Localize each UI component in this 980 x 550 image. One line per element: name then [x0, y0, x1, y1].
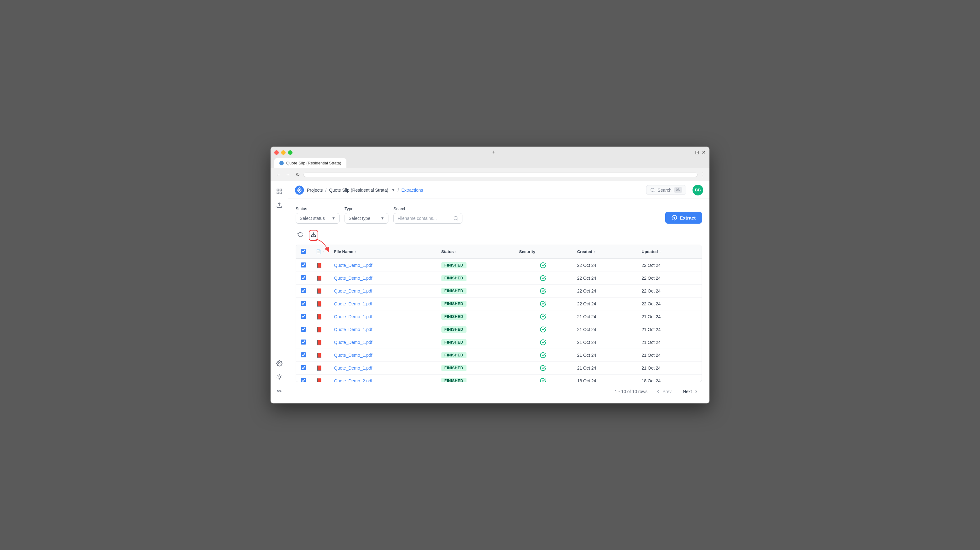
- security-icon: [519, 339, 567, 346]
- sidebar-item-upload[interactable]: [273, 199, 286, 211]
- updated-date: 22 Oct 24: [637, 259, 702, 272]
- forward-button[interactable]: →: [284, 171, 292, 179]
- project-dropdown-button[interactable]: ▼: [391, 188, 395, 192]
- file-name-link[interactable]: Quote_Demo_1.pdf: [334, 314, 372, 319]
- prev-button-label: Prev: [662, 389, 671, 394]
- current-page-label: Extractions: [401, 188, 423, 193]
- new-tab-button[interactable]: +: [492, 149, 496, 156]
- window-close-x-button[interactable]: ✕: [702, 149, 706, 155]
- project-name: Quote Slip (Residential Strata): [329, 188, 388, 193]
- svg-line-14: [281, 375, 281, 376]
- file-name-link[interactable]: Quote_Demo_1.pdf: [334, 276, 372, 281]
- updated-column-header[interactable]: Updated ↓: [637, 245, 702, 259]
- svg-point-5: [278, 363, 280, 364]
- status-select[interactable]: Select status ▼: [296, 213, 339, 223]
- file-name-link[interactable]: Quote_Demo_2.pdf: [334, 378, 372, 382]
- projects-link[interactable]: Projects: [307, 188, 323, 193]
- updated-date: 22 Oct 24: [637, 298, 702, 311]
- file-name-column-header[interactable]: File Name ↕: [329, 245, 436, 259]
- created-date: 21 Oct 24: [572, 349, 637, 362]
- row-checkbox[interactable]: [301, 314, 306, 319]
- file-type-icon: 📕: [316, 327, 322, 332]
- sidebar-item-grid[interactable]: [273, 185, 286, 198]
- file-name-link[interactable]: Quote_Demo_1.pdf: [334, 288, 372, 293]
- row-checkbox[interactable]: [301, 301, 306, 306]
- window-maximize-button[interactable]: [288, 151, 293, 155]
- row-checkbox[interactable]: [301, 263, 306, 268]
- status-column-header[interactable]: Status ↕: [436, 245, 514, 259]
- table-row: 📕 Quote_Demo_1.pdf FINISHED 21 Oct 24 21…: [296, 311, 702, 323]
- window-minimize-button[interactable]: [281, 151, 286, 155]
- updated-date: 21 Oct 24: [637, 349, 702, 362]
- file-name-link[interactable]: Quote_Demo_1.pdf: [334, 353, 372, 358]
- select-all-checkbox[interactable]: [301, 249, 306, 254]
- table-row: 📕 Quote_Demo_2.pdf FINISHED 18 Oct 24 18…: [296, 375, 702, 382]
- row-checkbox[interactable]: [301, 365, 306, 370]
- updated-date: 22 Oct 24: [637, 285, 702, 298]
- created-date: 22 Oct 24: [572, 272, 637, 285]
- file-type-icon: 📕: [316, 353, 322, 358]
- status-badge: FINISHED: [441, 339, 466, 346]
- svg-line-18: [654, 191, 655, 192]
- file-name-link[interactable]: Quote_Demo_1.pdf: [334, 366, 372, 371]
- table-row: 📕 Quote_Demo_1.pdf FINISHED 21 Oct 24 21…: [296, 323, 702, 336]
- file-name-link[interactable]: Quote_Demo_1.pdf: [334, 327, 372, 332]
- back-button[interactable]: ←: [274, 171, 282, 179]
- row-checkbox[interactable]: [301, 288, 306, 293]
- filename-search-input[interactable]: Filename contains...: [393, 213, 462, 223]
- search-icon: [650, 188, 655, 193]
- global-search[interactable]: Search ⌘/: [646, 185, 686, 195]
- file-type-icon: 📕: [316, 378, 322, 382]
- status-filter-group: Status Select status ▼: [296, 206, 339, 223]
- reload-button[interactable]: ↻: [294, 170, 301, 179]
- filename-search-placeholder: Filename contains...: [398, 216, 437, 221]
- table-row: 📕 Quote_Demo_1.pdf FINISHED 21 Oct 24 21…: [296, 349, 702, 362]
- prev-icon: [655, 389, 660, 394]
- status-badge: FINISHED: [441, 352, 466, 358]
- extract-button[interactable]: Extract: [665, 212, 702, 223]
- expand-sidebar-icon[interactable]: >>: [273, 385, 286, 397]
- window-restore-button[interactable]: ⊡: [695, 149, 699, 155]
- search-shortcut: ⌘/: [674, 187, 682, 193]
- browser-tab[interactable]: Quote Slip (Residential Strata): [274, 158, 347, 168]
- file-name-link[interactable]: Quote_Demo_1.pdf: [334, 301, 372, 306]
- created-date: 22 Oct 24: [572, 259, 637, 272]
- file-name-link[interactable]: Quote_Demo_1.pdf: [334, 263, 372, 268]
- row-checkbox[interactable]: [301, 352, 306, 357]
- row-checkbox[interactable]: [301, 339, 306, 344]
- svg-rect-2: [277, 192, 279, 194]
- table-row: 📕 Quote_Demo_1.pdf FINISHED 22 Oct 24 22…: [296, 298, 702, 311]
- row-checkbox[interactable]: [301, 327, 306, 332]
- security-icon: [519, 352, 567, 358]
- browser-menu-button[interactable]: ⋮: [700, 171, 706, 178]
- search-label: Search: [658, 188, 671, 193]
- type-select[interactable]: Select type ▼: [345, 213, 388, 223]
- file-type-icon: 📕: [316, 314, 322, 320]
- row-checkbox[interactable]: [301, 378, 306, 382]
- settings-icon[interactable]: [273, 357, 286, 369]
- status-badge: FINISHED: [441, 288, 466, 294]
- security-icon: [519, 327, 567, 333]
- updated-date: 21 Oct 24: [637, 336, 702, 349]
- file-type-icon: 📕: [316, 340, 322, 345]
- row-checkbox[interactable]: [301, 275, 306, 281]
- download-button[interactable]: [309, 230, 318, 241]
- theme-icon[interactable]: [273, 371, 286, 384]
- prev-button[interactable]: Prev: [652, 387, 675, 396]
- filename-search-icon: [453, 216, 458, 221]
- svg-line-10: [281, 379, 281, 379]
- file-name-link[interactable]: Quote_Demo_1.pdf: [334, 340, 372, 345]
- table-row: 📕 Quote_Demo_1.pdf FINISHED 22 Oct 24 22…: [296, 272, 702, 285]
- search-filter-group: Search Filename contains...: [393, 206, 462, 223]
- next-button[interactable]: Next: [680, 387, 702, 396]
- user-avatar[interactable]: BB: [692, 185, 703, 195]
- top-nav: Projects / Quote Slip (Residential Strat…: [288, 181, 710, 199]
- sidebar: >>: [270, 181, 288, 403]
- window-close-button[interactable]: [274, 151, 279, 155]
- refresh-button[interactable]: [296, 230, 305, 241]
- address-bar[interactable]: [304, 173, 698, 177]
- tab-label: Quote Slip (Residential Strata): [286, 161, 341, 165]
- created-column-header[interactable]: Created ↕: [572, 245, 637, 259]
- created-date: 21 Oct 24: [572, 311, 637, 323]
- table-row: 📕 Quote_Demo_1.pdf FINISHED 22 Oct 24 22…: [296, 285, 702, 298]
